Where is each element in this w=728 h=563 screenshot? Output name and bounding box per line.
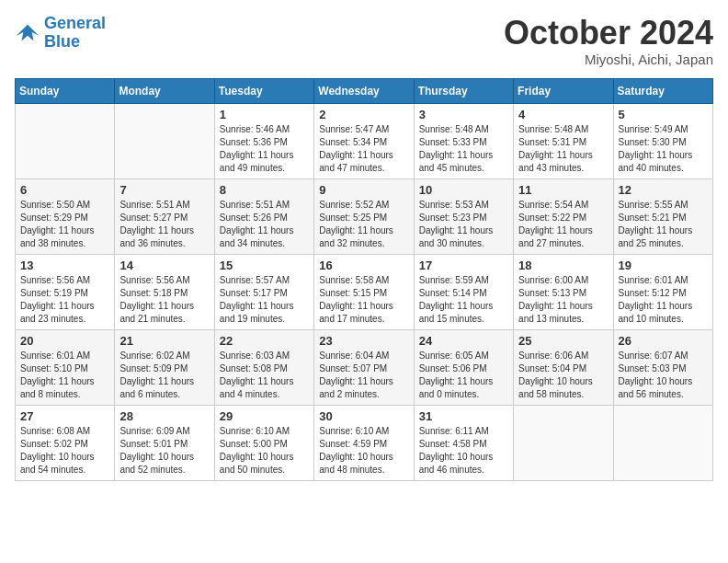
day-number: 6	[20, 183, 109, 197]
day-info: Sunrise: 6:09 AMSunset: 5:01 PMDaylight:…	[119, 425, 209, 477]
calendar-cell: 3Sunrise: 5:48 AMSunset: 5:33 PMDaylight…	[414, 103, 513, 178]
day-number: 4	[518, 108, 608, 121]
calendar-cell: 15Sunrise: 5:57 AMSunset: 5:17 PMDayligh…	[214, 254, 313, 329]
day-number: 30	[319, 409, 408, 423]
calendar-cell: 7Sunrise: 5:51 AMSunset: 5:27 PMDaylight…	[115, 178, 214, 254]
day-number: 5	[619, 108, 708, 121]
calendar-cell: 20Sunrise: 6:01 AMSunset: 5:10 PMDayligh…	[16, 329, 115, 405]
day-number: 13	[20, 259, 109, 272]
logo-text: General Blue	[44, 15, 106, 52]
calendar-cell	[115, 103, 214, 178]
day-info: Sunrise: 5:52 AMSunset: 5:25 PMDaylight:…	[319, 199, 408, 250]
week-row-2: 6Sunrise: 5:50 AMSunset: 5:29 PMDaylight…	[16, 178, 713, 254]
logo-icon	[15, 20, 40, 46]
day-info: Sunrise: 5:50 AMSunset: 5:29 PMDaylight:…	[20, 199, 109, 250]
col-header-saturday: Saturday	[613, 78, 712, 103]
calendar-cell: 29Sunrise: 6:10 AMSunset: 5:00 PMDayligh…	[214, 405, 313, 480]
month-title: October 2024	[504, 15, 713, 52]
day-number: 19	[619, 259, 708, 272]
calendar-table: SundayMondayTuesdayWednesdayThursdayFrid…	[15, 78, 713, 481]
week-row-4: 20Sunrise: 6:01 AMSunset: 5:10 PMDayligh…	[16, 329, 713, 405]
col-header-wednesday: Wednesday	[314, 78, 414, 103]
day-number: 3	[419, 108, 508, 121]
logo: General Blue	[15, 15, 106, 52]
week-row-5: 27Sunrise: 6:08 AMSunset: 5:02 PMDayligh…	[16, 405, 713, 480]
calendar-cell: 6Sunrise: 5:50 AMSunset: 5:29 PMDaylight…	[16, 178, 115, 254]
day-number: 11	[518, 183, 608, 197]
svg-marker-0	[17, 24, 39, 40]
location: Miyoshi, Aichi, Japan	[504, 52, 713, 67]
day-info: Sunrise: 5:48 AMSunset: 5:33 PMDaylight:…	[419, 123, 508, 175]
day-number: 28	[119, 409, 209, 423]
day-number: 20	[20, 334, 109, 348]
calendar-cell: 23Sunrise: 6:04 AMSunset: 5:07 PMDayligh…	[314, 329, 414, 405]
calendar-cell: 2Sunrise: 5:47 AMSunset: 5:34 PMDaylight…	[314, 103, 414, 178]
title-block: October 2024 Miyoshi, Aichi, Japan	[504, 15, 713, 67]
calendar-cell: 14Sunrise: 5:56 AMSunset: 5:18 PMDayligh…	[115, 254, 214, 329]
day-number: 17	[419, 259, 508, 272]
calendar-cell: 16Sunrise: 5:58 AMSunset: 5:15 PMDayligh…	[314, 254, 414, 329]
calendar-cell: 21Sunrise: 6:02 AMSunset: 5:09 PMDayligh…	[115, 329, 214, 405]
calendar-cell: 17Sunrise: 5:59 AMSunset: 5:14 PMDayligh…	[414, 254, 513, 329]
calendar-cell: 30Sunrise: 6:10 AMSunset: 4:59 PMDayligh…	[314, 405, 414, 480]
logo-line1: General	[44, 14, 106, 32]
col-header-thursday: Thursday	[414, 78, 513, 103]
day-info: Sunrise: 5:51 AMSunset: 5:27 PMDaylight:…	[119, 199, 209, 250]
day-number: 10	[419, 183, 508, 197]
day-number: 24	[419, 334, 508, 348]
col-header-friday: Friday	[514, 78, 613, 103]
calendar-cell: 11Sunrise: 5:54 AMSunset: 5:22 PMDayligh…	[514, 178, 613, 254]
day-info: Sunrise: 6:04 AMSunset: 5:07 PMDaylight:…	[319, 350, 408, 401]
day-info: Sunrise: 5:51 AMSunset: 5:26 PMDaylight:…	[220, 199, 309, 250]
calendar-cell	[613, 405, 712, 480]
day-info: Sunrise: 5:47 AMSunset: 5:34 PMDaylight:…	[319, 123, 408, 175]
calendar-cell	[514, 405, 613, 480]
day-info: Sunrise: 6:02 AMSunset: 5:09 PMDaylight:…	[119, 350, 209, 401]
day-info: Sunrise: 5:56 AMSunset: 5:19 PMDaylight:…	[20, 274, 109, 326]
calendar-cell: 24Sunrise: 6:05 AMSunset: 5:06 PMDayligh…	[414, 329, 513, 405]
day-info: Sunrise: 5:48 AMSunset: 5:31 PMDaylight:…	[518, 123, 608, 175]
calendar-cell: 12Sunrise: 5:55 AMSunset: 5:21 PMDayligh…	[613, 178, 712, 254]
day-number: 7	[119, 183, 209, 197]
day-info: Sunrise: 6:01 AMSunset: 5:10 PMDaylight:…	[20, 350, 109, 401]
day-info: Sunrise: 6:00 AMSunset: 5:13 PMDaylight:…	[518, 274, 608, 326]
calendar-cell: 27Sunrise: 6:08 AMSunset: 5:02 PMDayligh…	[16, 405, 115, 480]
day-info: Sunrise: 6:06 AMSunset: 5:04 PMDaylight:…	[518, 350, 608, 401]
day-info: Sunrise: 6:01 AMSunset: 5:12 PMDaylight:…	[619, 274, 708, 326]
calendar-cell: 19Sunrise: 6:01 AMSunset: 5:12 PMDayligh…	[613, 254, 712, 329]
day-number: 9	[319, 183, 408, 197]
calendar-cell: 28Sunrise: 6:09 AMSunset: 5:01 PMDayligh…	[115, 405, 214, 480]
day-number: 31	[419, 409, 508, 423]
day-number: 21	[119, 334, 209, 348]
day-number: 29	[220, 409, 309, 423]
calendar-cell	[16, 103, 115, 178]
calendar-cell: 9Sunrise: 5:52 AMSunset: 5:25 PMDaylight…	[314, 178, 414, 254]
day-info: Sunrise: 5:49 AMSunset: 5:30 PMDaylight:…	[619, 123, 708, 175]
calendar-cell: 4Sunrise: 5:48 AMSunset: 5:31 PMDaylight…	[514, 103, 613, 178]
day-info: Sunrise: 5:53 AMSunset: 5:23 PMDaylight:…	[419, 199, 508, 250]
col-header-sunday: Sunday	[16, 78, 115, 103]
logo-line2: Blue	[44, 32, 80, 51]
day-number: 2	[319, 108, 408, 121]
page-header: General Blue October 2024 Miyoshi, Aichi…	[15, 15, 713, 67]
week-row-3: 13Sunrise: 5:56 AMSunset: 5:19 PMDayligh…	[16, 254, 713, 329]
day-info: Sunrise: 6:10 AMSunset: 4:59 PMDaylight:…	[319, 425, 408, 477]
calendar-cell: 8Sunrise: 5:51 AMSunset: 5:26 PMDaylight…	[214, 178, 313, 254]
day-number: 1	[220, 108, 309, 121]
day-number: 22	[220, 334, 309, 348]
calendar-cell: 18Sunrise: 6:00 AMSunset: 5:13 PMDayligh…	[514, 254, 613, 329]
day-number: 23	[319, 334, 408, 348]
day-number: 25	[518, 334, 608, 348]
calendar-cell: 13Sunrise: 5:56 AMSunset: 5:19 PMDayligh…	[16, 254, 115, 329]
header-row: SundayMondayTuesdayWednesdayThursdayFrid…	[16, 78, 713, 103]
day-number: 15	[220, 259, 309, 272]
calendar-cell: 1Sunrise: 5:46 AMSunset: 5:36 PMDaylight…	[214, 103, 313, 178]
day-info: Sunrise: 6:11 AMSunset: 4:58 PMDaylight:…	[419, 425, 508, 477]
day-info: Sunrise: 5:54 AMSunset: 5:22 PMDaylight:…	[518, 199, 608, 250]
day-info: Sunrise: 5:59 AMSunset: 5:14 PMDaylight:…	[419, 274, 508, 326]
day-number: 16	[319, 259, 408, 272]
day-info: Sunrise: 6:03 AMSunset: 5:08 PMDaylight:…	[220, 350, 309, 401]
day-info: Sunrise: 6:07 AMSunset: 5:03 PMDaylight:…	[619, 350, 708, 401]
day-info: Sunrise: 6:08 AMSunset: 5:02 PMDaylight:…	[20, 425, 109, 477]
day-number: 12	[619, 183, 708, 197]
